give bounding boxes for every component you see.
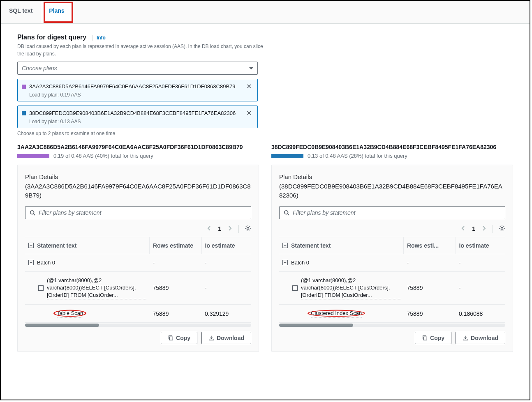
- load-bar: [271, 154, 303, 158]
- filter-plans-input[interactable]: Filter plans by statement: [25, 206, 251, 219]
- table-row: Table Scan 75889 0.329129: [25, 305, 251, 323]
- page-subtitle: DB load caused by each plan is represent…: [17, 43, 264, 57]
- svg-point-4: [285, 210, 288, 214]
- close-icon[interactable]: ✕: [245, 109, 253, 117]
- col-io-estimate[interactable]: Io estimate: [456, 237, 505, 254]
- plan-details-box: Plan Details(38DC899FEDC0B9E908403B6E1A3…: [271, 165, 513, 352]
- table-row: −Batch 0 - -: [279, 254, 505, 271]
- col-statement-text[interactable]: −Statement text: [25, 237, 150, 254]
- svg-point-0: [30, 210, 34, 214]
- caret-down-icon: [249, 67, 253, 69]
- filter-placeholder: Filter plans by statement: [39, 209, 102, 216]
- rows-estimate-cell: 75889: [150, 305, 202, 323]
- collapse-all-icon[interactable]: −: [28, 243, 34, 248]
- download-button[interactable]: Download: [201, 332, 251, 344]
- svg-rect-7: [423, 337, 427, 340]
- statement-text: Batch 0: [37, 259, 55, 266]
- settings-gear-button[interactable]: [238, 225, 251, 233]
- choose-plans-dropdown[interactable]: Choose plans: [17, 62, 258, 75]
- plan-column: 38DC899FEDC0B9E908403B6E1A32B9CD4B884E68…: [271, 144, 513, 352]
- filter-placeholder: Filter plans by statement: [293, 209, 356, 216]
- statement-text: (@1 varchar(8000),@2 varchar(8000))SELEC…: [47, 277, 146, 300]
- svg-rect-3: [169, 337, 173, 340]
- col-io-estimate[interactable]: Io estimate: [201, 237, 251, 254]
- plan-table: −Statement text Rows esti... Io estimate…: [279, 237, 505, 323]
- io-estimate-cell: 0.186088: [456, 305, 505, 323]
- rows-estimate-cell: 75889: [404, 271, 456, 305]
- rows-estimate-cell: -: [150, 254, 202, 271]
- plan-table: −Statement text Rows estimate Io estimat…: [25, 237, 251, 323]
- page-number: 1: [472, 225, 475, 232]
- table-row: −Batch 0 - -: [25, 254, 251, 271]
- plan-details-title: Plan Details(3AA2A3C886D5A2B6146FA9979F6…: [25, 172, 251, 200]
- tab-sql-text[interactable]: SQL text: [1, 1, 41, 23]
- collapse-icon[interactable]: −: [292, 285, 298, 291]
- plan-hash: 38DC899FEDC0B9E908403B6E1A32B9CD4B884E68…: [29, 110, 245, 116]
- plan-hash: 3AA2A3C886D5A2B6146FA9979F64C0EA6AAC8F25…: [29, 83, 245, 90]
- rows-estimate-cell: 75889: [404, 305, 456, 323]
- page-number: 1: [218, 225, 221, 232]
- svg-point-2: [247, 227, 249, 229]
- col-rows-estimate[interactable]: Rows esti...: [404, 237, 456, 254]
- copy-button[interactable]: Copy: [415, 332, 451, 344]
- plan-color-swatch: [22, 111, 26, 115]
- tab-plans[interactable]: Plans: [41, 1, 72, 23]
- plan-details-title: Plan Details(38DC899FEDC0B9E908403B6E1A3…: [279, 172, 505, 200]
- io-estimate-cell: -: [201, 254, 251, 271]
- svg-point-6: [501, 227, 503, 229]
- plan-details-box: Plan Details(3AA2A3C886D5A2B6146FA9979F6…: [17, 165, 259, 352]
- table-row: Clustered Index Scan 75889 0.186088: [279, 305, 505, 323]
- plan-load-text: Load by plan: 0.19 AAS: [29, 92, 253, 98]
- table-row: −(@1 varchar(8000),@2 varchar(8000))SELE…: [279, 271, 505, 305]
- info-link[interactable]: Info: [92, 35, 106, 41]
- helper-text: Choose up to 2 plans to examine at one t…: [17, 131, 513, 136]
- table-row: −(@1 varchar(8000),@2 varchar(8000))SELE…: [25, 271, 251, 305]
- copy-button[interactable]: Copy: [161, 332, 197, 344]
- col-statement-text[interactable]: −Statement text: [279, 237, 404, 254]
- close-icon[interactable]: ✕: [245, 83, 253, 90]
- plan-hash-heading: 3AA2A3C886D5A2B6146FA9979F64C0EA6AAC8F25…: [17, 144, 259, 150]
- rows-estimate-cell: -: [404, 254, 456, 271]
- io-estimate-cell: -: [456, 254, 505, 271]
- plan-color-swatch: [22, 85, 26, 89]
- statement-text: Batch 0: [291, 259, 309, 266]
- io-estimate-cell: -: [201, 271, 251, 305]
- collapse-icon[interactable]: −: [38, 285, 44, 291]
- selected-plan-chip: 3AA2A3C886D5A2B6146FA9979F64C0EA6AAC8F25…: [17, 79, 258, 101]
- selected-plan-chip: 38DC899FEDC0B9E908403B6E1A32B9CD4B884E68…: [17, 106, 258, 128]
- search-icon: [30, 210, 35, 216]
- horizontal-scrollbar[interactable]: [25, 324, 251, 327]
- plan-column: 3AA2A3C886D5A2B6146FA9979F64C0EA6AAC8F25…: [17, 144, 259, 352]
- rows-estimate-cell: 75889: [150, 271, 202, 305]
- svg-line-5: [288, 214, 289, 215]
- horizontal-scrollbar[interactable]: [279, 324, 505, 327]
- svg-line-1: [34, 214, 35, 215]
- page-next-button[interactable]: [482, 225, 486, 232]
- io-estimate-cell: 0.329129: [201, 305, 251, 323]
- settings-gear-button[interactable]: [493, 225, 505, 233]
- dropdown-placeholder: Choose plans: [22, 65, 57, 71]
- page-next-button[interactable]: [228, 225, 232, 232]
- load-bar: [17, 154, 49, 158]
- page-prev-button[interactable]: [461, 225, 465, 232]
- statement-text: (@1 varchar(8000),@2 varchar(8000))SELEC…: [301, 277, 400, 300]
- page-title: Plans for digest query: [17, 34, 86, 41]
- filter-plans-input[interactable]: Filter plans by statement: [279, 206, 505, 219]
- plan-hash-heading: 38DC899FEDC0B9E908403B6E1A32B9CD4B884E68…: [271, 144, 513, 150]
- col-rows-estimate[interactable]: Rows estimate: [150, 237, 202, 254]
- io-estimate-cell: -: [456, 271, 505, 305]
- download-button[interactable]: Download: [456, 332, 505, 344]
- search-icon: [284, 210, 289, 216]
- collapse-all-icon[interactable]: −: [282, 243, 288, 248]
- load-summary: 0.13 of 0.48 AAS (28%) total for this qu…: [308, 153, 407, 159]
- statement-text: Table Scan: [57, 310, 83, 317]
- load-summary: 0.19 of 0.48 AAS (40%) total for this qu…: [53, 153, 153, 159]
- collapse-icon[interactable]: −: [282, 260, 288, 265]
- tabs-bar: SQL text Plans: [1, 1, 530, 24]
- plan-load-text: Load by plan: 0.13 AAS: [29, 119, 253, 124]
- page-prev-button[interactable]: [207, 225, 211, 232]
- collapse-icon[interactable]: −: [28, 260, 34, 265]
- statement-text: Clustered Index Scan: [311, 310, 362, 317]
